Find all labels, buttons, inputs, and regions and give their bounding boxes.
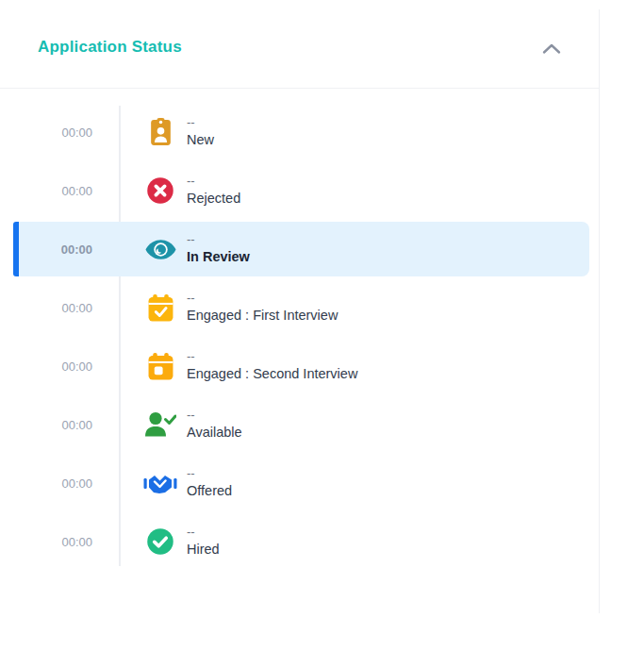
row-texts: -- Available xyxy=(187,409,242,442)
row-texts: -- Offered xyxy=(187,467,232,500)
row-value: -- xyxy=(187,292,338,305)
panel-title: Application Status xyxy=(38,38,182,57)
timeline-row[interactable]: 00:00 -- Rejected xyxy=(0,161,599,220)
circle-x-icon xyxy=(143,176,177,205)
row-label: Rejected xyxy=(187,191,240,207)
row-time: 00:00 xyxy=(0,359,92,374)
row-time: 00:00 xyxy=(0,184,92,198)
timeline-row[interactable]: 00:00 -- Offered xyxy=(0,454,599,512)
calendar-check-icon xyxy=(143,294,177,322)
row-time: 00:00 xyxy=(0,418,92,432)
row-time: 00:00 xyxy=(0,242,92,257)
panel-header: Application Status xyxy=(0,9,599,89)
row-time: 00:00 xyxy=(0,476,92,491)
timeline-row[interactable]: 00:00 -- In Review xyxy=(0,220,599,278)
application-status-panel: Application Status 00:00 -- New 00:00 --… xyxy=(0,9,600,613)
eye-icon xyxy=(143,239,177,260)
calendar-day-icon xyxy=(143,353,177,380)
timeline-list: 00:00 -- New 00:00 -- Rejected 00:00 -- … xyxy=(0,103,599,571)
row-value: -- xyxy=(187,350,357,363)
row-texts: -- Hired xyxy=(187,526,220,559)
row-time: 00:00 xyxy=(0,301,92,315)
timeline-row[interactable]: 00:00 -- Hired xyxy=(0,512,599,571)
row-label: Engaged : Second Interview xyxy=(187,366,357,382)
row-texts: -- In Review xyxy=(187,233,250,266)
row-label: Engaged : First Interview xyxy=(187,308,338,324)
chevron-up-icon xyxy=(542,42,561,55)
row-label: Available xyxy=(187,425,242,441)
row-value: -- xyxy=(187,175,240,188)
user-check-icon xyxy=(143,411,177,439)
row-time: 00:00 xyxy=(0,535,92,549)
row-value: -- xyxy=(187,116,214,129)
row-texts: -- Rejected xyxy=(187,175,240,208)
row-label: In Review xyxy=(187,249,250,265)
circle-check-icon xyxy=(143,527,177,556)
status-timeline: 00:00 -- New 00:00 -- Rejected 00:00 -- … xyxy=(0,89,599,590)
row-label: New xyxy=(187,132,214,148)
row-time: 00:00 xyxy=(0,125,92,140)
row-texts: -- New xyxy=(187,116,214,149)
row-label: Hired xyxy=(187,542,220,558)
row-value: -- xyxy=(187,526,220,539)
row-texts: -- Engaged : Second Interview xyxy=(187,350,357,383)
timeline-row[interactable]: 00:00 -- New xyxy=(0,103,599,161)
row-value: -- xyxy=(187,467,232,480)
timeline-row[interactable]: 00:00 -- Available xyxy=(0,395,599,454)
id-badge-icon xyxy=(143,118,177,147)
row-texts: -- Engaged : First Interview xyxy=(187,292,338,325)
row-value: -- xyxy=(187,233,250,246)
row-label: Offered xyxy=(187,483,232,499)
timeline-row[interactable]: 00:00 -- Engaged : First Interview xyxy=(0,278,599,337)
row-value: -- xyxy=(187,409,242,422)
timeline-row[interactable]: 00:00 -- Engaged : Second Interview xyxy=(0,337,599,395)
collapse-button[interactable] xyxy=(540,41,563,57)
handshake-icon xyxy=(143,472,177,495)
